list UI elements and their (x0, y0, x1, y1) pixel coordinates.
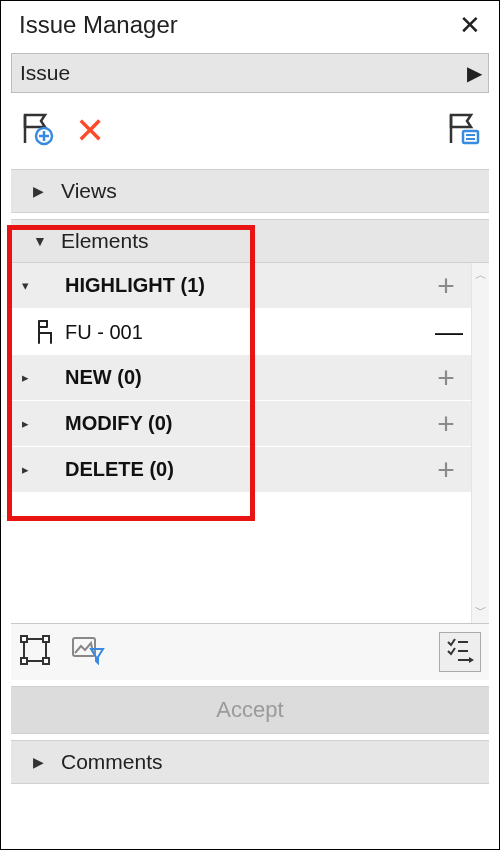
group-label: DELETE (0) (61, 458, 435, 481)
close-icon[interactable]: ✕ (459, 12, 481, 38)
chevron-down-icon: ▼ (33, 233, 49, 249)
add-icon[interactable]: + (435, 361, 463, 395)
window-title: Issue Manager (19, 11, 178, 39)
views-section-label: Views (61, 179, 117, 203)
chevron-down-icon: ▾ (19, 278, 31, 293)
group-label: NEW (0) (61, 366, 435, 389)
comments-section-header[interactable]: ▶ Comments (11, 740, 489, 784)
add-icon[interactable]: + (435, 453, 463, 487)
group-delete[interactable]: ▸ DELETE (0) + (11, 447, 471, 493)
chevron-right-icon: ▸ (19, 416, 31, 431)
element-item[interactable]: FU - 001 — (11, 309, 471, 355)
group-label: MODIFY (0) (61, 412, 435, 435)
add-icon[interactable]: + (435, 407, 463, 441)
add-icon[interactable]: + (435, 269, 463, 303)
remove-icon[interactable]: — (435, 316, 463, 348)
comments-section-label: Comments (61, 750, 163, 774)
add-flag-icon[interactable] (19, 111, 55, 151)
elements-section-label: Elements (61, 229, 149, 253)
chevron-right-icon: ▶ (467, 61, 482, 85)
element-item-label: FU - 001 (61, 321, 435, 344)
svg-rect-4 (43, 636, 49, 642)
bounding-box-icon[interactable] (19, 634, 51, 670)
views-section-header[interactable]: ▶ Views (11, 169, 489, 213)
scroll-up-icon[interactable]: ︿ (475, 267, 487, 284)
flag-details-icon[interactable] (445, 111, 481, 151)
svg-rect-6 (43, 658, 49, 664)
accept-button[interactable]: Accept (11, 686, 489, 734)
cancel-icon[interactable]: ✕ (75, 113, 105, 149)
scrollbar[interactable]: ︿ ﹀ (471, 263, 489, 623)
chevron-right-icon: ▸ (19, 370, 31, 385)
image-filter-icon[interactable] (71, 635, 105, 669)
group-label: HIGHLIGHT (1) (61, 274, 435, 297)
svg-rect-5 (21, 658, 27, 664)
chevron-right-icon: ▶ (33, 754, 49, 770)
chair-icon (31, 319, 61, 345)
accept-button-label: Accept (216, 697, 283, 722)
svg-rect-1 (463, 131, 478, 143)
issue-dropdown[interactable]: Issue ▶ (11, 53, 489, 93)
group-new[interactable]: ▸ NEW (0) + (11, 355, 471, 401)
group-highlight[interactable]: ▾ HIGHLIGHT (1) + (11, 263, 471, 309)
chevron-right-icon: ▸ (19, 462, 31, 477)
scroll-down-icon[interactable]: ﹀ (475, 602, 487, 619)
group-modify[interactable]: ▸ MODIFY (0) + (11, 401, 471, 447)
issue-dropdown-label: Issue (20, 61, 70, 85)
elements-section-header[interactable]: ▼ Elements (11, 219, 489, 263)
svg-rect-3 (21, 636, 27, 642)
chevron-right-icon: ▶ (33, 183, 49, 199)
checklist-icon[interactable] (439, 632, 481, 672)
